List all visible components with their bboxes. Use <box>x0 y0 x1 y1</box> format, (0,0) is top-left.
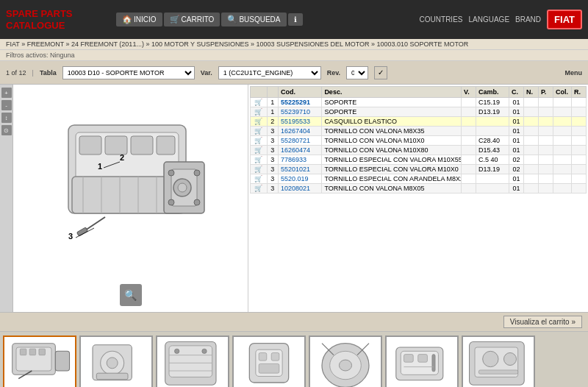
row-code[interactable]: 16267404 <box>278 127 321 136</box>
thumbnail-1[interactable] <box>3 335 76 388</box>
row-v <box>462 136 476 146</box>
row-qty: 3 <box>267 184 278 194</box>
countries-button[interactable]: COUNTRIES <box>420 15 463 24</box>
svg-rect-4 <box>131 136 153 155</box>
parts-panel[interactable]: Cod. Desc. V. Camb. C. N. P. Col. R. 🛒 1… <box>248 85 588 312</box>
row-r <box>572 184 587 194</box>
diagram-panel: 1 2 3 🔍 <box>13 85 248 312</box>
row-col <box>553 184 572 194</box>
thumbnail-5[interactable] <box>309 335 382 388</box>
header: SPARE PARTS CATALOGUE 🏠 INICIO 🛒 CARRITO… <box>0 0 588 39</box>
table-row[interactable]: 🛒 3 16260474 TORNILLO CON VALONA M10X80 … <box>251 146 587 155</box>
language-button[interactable]: LANGUAGE <box>468 15 509 24</box>
view-cart-button[interactable]: Visualiza el carrito » <box>503 316 582 328</box>
reset-button[interactable]: ⊙ <box>1 125 12 135</box>
row-code[interactable]: 55201021 <box>278 165 321 174</box>
row-icon[interactable]: 🛒 <box>251 155 268 165</box>
row-code[interactable]: 55239710 <box>278 107 321 117</box>
row-n <box>524 98 539 107</box>
table-row[interactable]: 🛒 3 16267404 TORNILLO CON VALONA M8X35 0… <box>251 127 587 136</box>
row-icon[interactable]: 🛒 <box>251 117 268 127</box>
table-select[interactable]: 10003 D10 - SOPORTE MOTOR <box>62 66 195 79</box>
thumbnail-6[interactable] <box>385 335 459 388</box>
thumb-svg-4 <box>234 335 304 388</box>
apply-button[interactable]: ✓ <box>374 66 387 79</box>
svg-rect-48 <box>271 352 279 361</box>
row-code[interactable]: 55195533 <box>278 117 321 127</box>
svg-rect-59 <box>432 354 435 371</box>
svg-rect-3 <box>105 136 127 155</box>
busqueda-button[interactable]: 🔍 BUSQUEDA <box>221 13 286 26</box>
menu-label: Menu <box>565 69 583 77</box>
row-r <box>572 98 587 107</box>
breadcrumb: FIAT » FREEMONT » 24 FREEMONT (2011...) … <box>0 39 588 50</box>
table-row[interactable]: 🛒 3 55201021 TORNILLO ESPECIAL CON VALOR… <box>251 165 587 174</box>
row-icon[interactable]: 🛒 <box>251 136 268 146</box>
row-c: 01 <box>509 146 524 155</box>
row-code[interactable]: 10208021 <box>278 184 321 194</box>
svg-rect-58 <box>418 354 428 362</box>
thumbnail-2[interactable] <box>79 335 153 388</box>
cart-icon: 🛒 <box>170 15 180 24</box>
table-row[interactable]: 🛒 3 5520.019 TORNILLO ESPECIAL CON ARAND… <box>251 174 587 184</box>
table-row[interactable]: 🛒 3 7786933 TORNILLO ESPECIAL CON VALORA… <box>251 155 587 165</box>
row-r <box>572 155 587 165</box>
zoom-in-button[interactable]: + <box>1 88 12 98</box>
row-icon[interactable]: 🛒 <box>251 127 268 136</box>
thumb-svg-5 <box>310 335 381 388</box>
brand-button[interactable]: BRAND <box>515 15 541 24</box>
filter-bar: Filtros activos: Ninguna <box>0 50 588 61</box>
info-button[interactable]: ℹ <box>288 13 303 26</box>
table-row[interactable]: 🛒 2 55195533 CASQUILLO ELASTICO 01 <box>251 117 587 127</box>
row-r <box>572 174 587 184</box>
thumbnail-4[interactable] <box>232 335 306 388</box>
row-icon[interactable]: 🛒 <box>251 174 268 184</box>
thumbnail-3[interactable] <box>156 335 229 388</box>
carrito-button[interactable]: 🛒 CARRITO <box>164 13 220 26</box>
table-row[interactable]: 🛒 3 55280721 TORNILLO CON VALONA M10X0 C… <box>251 136 587 146</box>
row-n <box>524 117 539 127</box>
row-p <box>539 155 553 165</box>
rev-select[interactable]: 0 <box>346 66 368 79</box>
engine-svg: 1 2 3 <box>24 103 237 294</box>
zoom-out-button[interactable]: - <box>1 100 12 110</box>
row-icon[interactable]: 🛒 <box>251 146 268 155</box>
row-desc: TORNILLO CON VALONA M8X35 <box>322 127 462 136</box>
row-col <box>553 174 572 184</box>
row-n <box>524 155 539 165</box>
pan-button[interactable]: ↕ <box>1 113 12 123</box>
row-p <box>539 146 553 155</box>
row-desc: SOPORTE <box>322 98 462 107</box>
row-p <box>539 107 553 117</box>
var-select[interactable]: 1 (CC2U1TC_ENGINE) <box>218 66 321 79</box>
row-icon[interactable]: 🛒 <box>251 184 268 194</box>
svg-rect-29 <box>20 349 26 355</box>
table-row[interactable]: 🛒 1 55239710 SOPORTE D13.19 01 <box>251 107 587 117</box>
row-icon[interactable]: 🛒 <box>251 165 268 174</box>
diagram-search-button[interactable]: 🔍 <box>120 284 142 306</box>
svg-rect-65 <box>478 369 517 373</box>
table-row[interactable]: 🛒 3 10208021 TORNILLO CON VALONA M8X05 0… <box>251 184 587 194</box>
row-n <box>524 107 539 117</box>
row-icon[interactable]: 🛒 <box>251 107 268 117</box>
row-code[interactable]: 5520.019 <box>278 174 321 184</box>
var-label: Var. <box>201 69 212 77</box>
home-icon: 🏠 <box>122 15 132 24</box>
row-col <box>553 136 572 146</box>
table-row[interactable]: 🛒 1 55225291 SOPORTE C15.19 01 <box>251 98 587 107</box>
row-qty: 3 <box>267 155 278 165</box>
row-col <box>553 155 572 165</box>
row-code[interactable]: 7786933 <box>278 155 321 165</box>
row-code[interactable]: 55280721 <box>278 136 321 146</box>
row-code[interactable]: 55225291 <box>278 98 321 107</box>
row-icon[interactable]: 🛒 <box>251 98 268 107</box>
col-c-header: C. <box>509 87 524 98</box>
inicio-button[interactable]: 🏠 INICIO <box>116 13 162 26</box>
main-controls: 1 of 12 | Tabla 10003 D10 - SOPORTE MOTO… <box>0 61 588 85</box>
thumbnail-7[interactable] <box>462 335 535 388</box>
svg-rect-37 <box>96 373 128 380</box>
row-n <box>524 127 539 136</box>
row-camb: C15.19 <box>476 98 509 107</box>
svg-rect-30 <box>29 349 36 355</box>
row-code[interactable]: 16260474 <box>278 146 321 155</box>
